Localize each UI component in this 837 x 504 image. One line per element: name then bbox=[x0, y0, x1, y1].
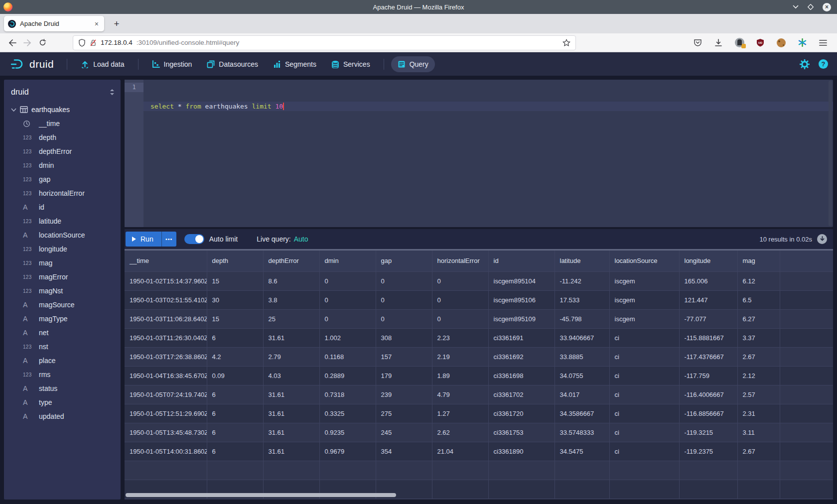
table-cell[interactable]: 6 bbox=[207, 404, 263, 423]
table-cell[interactable]: 31.61 bbox=[263, 385, 319, 404]
run-more-button[interactable]: ••• bbox=[161, 232, 176, 247]
table-cell[interactable]: -119.3215 bbox=[679, 423, 737, 442]
table-cell[interactable]: 2.23 bbox=[432, 328, 488, 347]
table-cell[interactable]: 33.9406667 bbox=[555, 328, 609, 347]
sidebar-column[interactable]: 123 horizontalError bbox=[4, 186, 121, 200]
table-cell[interactable]: 2.62 bbox=[432, 423, 488, 442]
druid-logo[interactable]: druid bbox=[0, 58, 67, 71]
nav-item-services[interactable]: Services bbox=[325, 56, 377, 72]
table-cell[interactable]: 1950-01-05T07:24:19.740Z bbox=[125, 385, 207, 404]
table-cell[interactable]: -77.077 bbox=[679, 309, 737, 328]
table-cell[interactable] bbox=[780, 271, 833, 290]
table-cell[interactable]: 3.11 bbox=[737, 423, 780, 442]
pocket-icon[interactable] bbox=[691, 36, 704, 50]
sql-editor[interactable]: 1 select * from earthquakes limit 10 bbox=[125, 80, 833, 227]
table-cell[interactable] bbox=[780, 309, 833, 328]
table-cell[interactable]: 1950-01-03T17:26:38.860Z bbox=[125, 347, 207, 366]
table-cell[interactable]: 0 bbox=[432, 309, 488, 328]
sidebar-column[interactable]: A status bbox=[4, 381, 121, 395]
sidebar-column[interactable]: 123 latitude bbox=[4, 214, 121, 228]
table-cell[interactable]: 4.2 bbox=[207, 347, 263, 366]
table-cell[interactable]: ci3361691 bbox=[488, 328, 555, 347]
sidebar-column[interactable]: 123 depth bbox=[4, 130, 121, 144]
table-cell[interactable]: 6 bbox=[207, 385, 263, 404]
sidebar-column[interactable]: 123 dmin bbox=[4, 158, 121, 172]
sidebar-column[interactable]: A magSource bbox=[4, 298, 121, 312]
sidebar-column[interactable]: A type bbox=[4, 395, 121, 409]
table-cell[interactable] bbox=[780, 385, 833, 404]
table-cell[interactable]: iscgem895109 bbox=[488, 309, 555, 328]
table-cell[interactable]: 0 bbox=[376, 309, 432, 328]
browser-tab[interactable]: Apache Druid × bbox=[4, 16, 104, 31]
download-results-button[interactable] bbox=[817, 234, 827, 244]
table-cell[interactable]: -119.2375 bbox=[679, 442, 737, 461]
column-header[interactable]: dmin bbox=[319, 251, 376, 271]
shield-icon[interactable] bbox=[78, 39, 86, 47]
table-cell[interactable]: 0.9235 bbox=[319, 423, 376, 442]
reload-icon[interactable] bbox=[35, 35, 50, 50]
table-cell[interactable]: 31.61 bbox=[263, 442, 319, 461]
table-cell[interactable]: 179 bbox=[376, 366, 432, 385]
table-cell[interactable]: 121.447 bbox=[679, 290, 737, 309]
sidebar-column[interactable]: A id bbox=[4, 200, 121, 214]
table-cell[interactable]: 34.017 bbox=[555, 385, 609, 404]
editor-scrollbar-track[interactable] bbox=[829, 81, 832, 226]
table-cell[interactable]: 0.3325 bbox=[319, 404, 376, 423]
table-cell[interactable]: 0.7318 bbox=[319, 385, 376, 404]
table-cell[interactable]: ci bbox=[609, 328, 679, 347]
column-header[interactable]: depthError bbox=[263, 251, 319, 271]
table-cell[interactable]: -115.8881667 bbox=[679, 328, 737, 347]
sidebar-column[interactable]: A net bbox=[4, 326, 121, 340]
column-header[interactable]: locationSource bbox=[609, 251, 679, 271]
table-cell[interactable]: 1950-01-04T16:38:45.670Z bbox=[125, 366, 207, 385]
table-cell[interactable]: iscgem895104 bbox=[488, 271, 555, 290]
table-cell[interactable]: 3.37 bbox=[737, 328, 780, 347]
table-cell[interactable]: -117.4376667 bbox=[679, 347, 737, 366]
column-header[interactable]: mag bbox=[737, 251, 780, 271]
table-cell[interactable]: iscgem bbox=[609, 271, 679, 290]
table-cell[interactable]: 1.002 bbox=[319, 328, 376, 347]
downloads-icon[interactable] bbox=[711, 36, 725, 50]
table-cell[interactable]: ci bbox=[609, 347, 679, 366]
table-cell[interactable]: 0 bbox=[319, 271, 376, 290]
help-icon[interactable]: ? bbox=[819, 59, 828, 69]
table-cell[interactable]: 6.27 bbox=[737, 309, 780, 328]
sidebar-column[interactable]: 123 rms bbox=[4, 368, 121, 381]
table-cell[interactable]: 2.57 bbox=[737, 385, 780, 404]
sidebar-column[interactable]: 123 magError bbox=[4, 270, 121, 284]
sidebar-column[interactable]: __time bbox=[4, 117, 121, 130]
table-cell[interactable] bbox=[780, 290, 833, 309]
table-cell[interactable]: 0 bbox=[376, 271, 432, 290]
sidebar-column[interactable]: 123 longitude bbox=[4, 242, 121, 256]
table-cell[interactable]: 6 bbox=[207, 423, 263, 442]
table-cell[interactable]: -45.798 bbox=[555, 309, 609, 328]
nav-item-query[interactable]: Query bbox=[391, 56, 435, 72]
table-cell[interactable]: 1950-01-02T15:14:37.960Z bbox=[125, 271, 207, 290]
forward-icon[interactable] bbox=[20, 35, 35, 50]
table-cell[interactable]: iscgem895106 bbox=[488, 290, 555, 309]
table-cell[interactable]: 1950-01-05T12:51:29.690Z bbox=[125, 404, 207, 423]
table-cell[interactable]: 0 bbox=[319, 290, 376, 309]
table-cell[interactable]: 275 bbox=[376, 404, 432, 423]
table-cell[interactable]: 4.03 bbox=[263, 366, 319, 385]
table-cell[interactable]: 2.79 bbox=[263, 347, 319, 366]
auto-limit-toggle[interactable] bbox=[184, 234, 204, 244]
table-cell[interactable]: 30 bbox=[207, 290, 263, 309]
table-cell[interactable]: 6 bbox=[207, 442, 263, 461]
column-header[interactable]: horizontalError bbox=[432, 251, 488, 271]
table-cell[interactable]: 34.0755 bbox=[555, 366, 609, 385]
back-icon[interactable] bbox=[5, 35, 20, 50]
tab-close-icon[interactable]: × bbox=[93, 20, 100, 28]
table-cell[interactable]: ci bbox=[609, 366, 679, 385]
column-header[interactable]: depth bbox=[207, 251, 263, 271]
table-cell[interactable]: 33.8885 bbox=[555, 347, 609, 366]
table-cell[interactable]: 34.3586667 bbox=[555, 404, 609, 423]
sidebar-column[interactable]: 123 nst bbox=[4, 340, 121, 354]
table-cell[interactable]: 1950-01-05T14:00:31.860Z bbox=[125, 442, 207, 461]
table-cell[interactable]: 34.5475 bbox=[555, 442, 609, 461]
table-cell[interactable]: -11.242 bbox=[555, 271, 609, 290]
table-cell[interactable]: -116.8856667 bbox=[679, 404, 737, 423]
table-cell[interactable]: ci bbox=[609, 442, 679, 461]
sidebar-column[interactable]: 123 depthError bbox=[4, 144, 121, 158]
table-cell[interactable] bbox=[780, 442, 833, 461]
